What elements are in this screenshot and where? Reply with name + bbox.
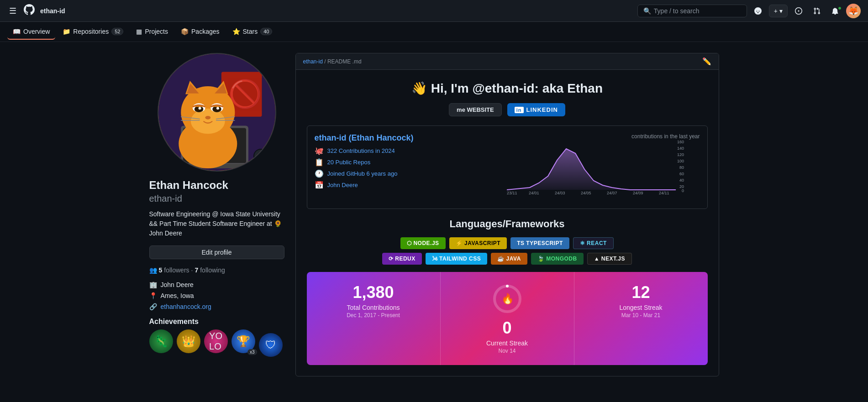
achievement-badge-2[interactable]: 👑 (177, 329, 200, 353)
package-icon: 📦 (181, 28, 189, 35)
contrib-user-title: ethan-id (Ethan Hancock) (315, 133, 414, 143)
svg-point-13 (190, 109, 225, 134)
nav-item-overview[interactable]: 📖 Overview (7, 24, 55, 40)
svg-text:0: 0 (682, 188, 684, 193)
clock-icon: 🕐 (315, 169, 324, 178)
readme-filename: README (327, 58, 351, 65)
svg-text:24/11: 24/11 (659, 191, 669, 194)
website-link[interactable]: ethanhancock.org (161, 303, 211, 310)
sidebar-website: 🔗 ethanhancock.org (149, 303, 284, 310)
lang-row-1: ⬡ NODE.JS ⚡ JAVASCRIPT TS TYPESCRIPT ⚛ R… (307, 237, 708, 249)
svg-text:24/01: 24/01 (529, 191, 539, 194)
achievement-badge-4[interactable]: 🏆 x3 (231, 329, 255, 353)
user-avatar[interactable]: 🦊 (846, 4, 861, 18)
edit-pencil-icon[interactable]: ✏️ (702, 57, 711, 66)
readme-header: ethan-id / README .md ✏️ (296, 53, 719, 70)
project-icon: ▦ (136, 28, 142, 35)
achievement-count: x3 (247, 349, 257, 355)
svg-text:100: 100 (677, 159, 684, 163)
sidebar-location: 📍 Ames, Iowa (149, 292, 284, 299)
copilot-button[interactable] (751, 5, 765, 16)
svg-point-25 (182, 136, 202, 151)
contrib-right: contributions in the last year 160 140 1… (488, 133, 700, 196)
contributions-icon: 🐙 (315, 146, 324, 155)
nav-overview-label: Overview (23, 28, 50, 35)
issue-button[interactable] (791, 5, 806, 16)
achievement-badge-3[interactable]: YOLO (204, 329, 228, 353)
typescript-badge: TS TYPESCRIPT (510, 237, 569, 249)
search-box[interactable]: 🔍 Type / to search (637, 5, 747, 17)
calendar-icon: 📅 (315, 181, 324, 189)
nav-item-repositories[interactable]: 📁 Repositories 52 (57, 24, 129, 40)
link-buttons: me WEBSITE in LINKEDIN (307, 103, 708, 116)
hamburger-menu[interactable]: ☰ (7, 4, 18, 18)
main-layout: 🚫 🍎 (142, 42, 726, 387)
contrib-stats: 🐙 322 Contributions in 2024 📋 20 Public … (315, 146, 414, 189)
total-contrib-value: 1,380 (314, 283, 433, 302)
longest-streak-value: 12 (582, 283, 700, 302)
readme-filepath: ethan-id / README .md (303, 58, 362, 65)
website-button[interactable]: me WEBSITE (449, 103, 502, 116)
svg-text:80: 80 (679, 165, 684, 170)
secondary-nav: 📖 Overview 📁 Repositories 52 ▦ Projects … (0, 22, 868, 42)
svg-text:140: 140 (677, 146, 684, 151)
streak-longest-block: 12 Longest Streak Mar 10 - Mar 21 (574, 272, 708, 365)
nav-item-stars[interactable]: ⭐ Stars 40 (227, 24, 278, 40)
current-streak-label: Current Streak (448, 339, 567, 347)
fire-badge: 🔥 (253, 149, 268, 163)
readme-title: 👋 Hi, I'm @ethan-id: aka Ethan (307, 81, 708, 96)
stars-count-badge: 40 (260, 28, 272, 35)
svg-text:24/09: 24/09 (633, 191, 643, 194)
followers-link[interactable]: 5 (159, 266, 163, 274)
followers-line: 👥 5 followers · 7 following (149, 266, 284, 274)
svg-text:120: 120 (677, 152, 684, 157)
website-label: me WEBSITE (457, 106, 494, 113)
longest-streak-label: Longest Streak (582, 304, 700, 311)
top-nav: ☰ ethan-id 🔍 Type / to search + ▾ (0, 0, 868, 22)
nav-item-packages[interactable]: 📦 Packages (175, 24, 225, 40)
nav-stars-label: Stars (243, 28, 258, 35)
profile-display-name: Ethan Hancock (149, 179, 284, 192)
contrib-stat-text-2: Joined GitHub 6 years ago (327, 170, 398, 177)
pr-button[interactable] (810, 5, 824, 16)
nodejs-badge: ⬡ NODE.JS (400, 237, 446, 249)
notification-button[interactable] (828, 5, 842, 16)
svg-point-18 (198, 107, 201, 110)
profile-bio: Software Engineering @ Iowa State Univer… (149, 209, 284, 238)
streak-current-block: 🔥 0 Current Streak Nov 14 (440, 272, 574, 365)
contrib-stat-3: 📅 John Deere (315, 181, 414, 189)
company-value: John Deere (161, 281, 194, 288)
linkedin-button[interactable]: in LINKEDIN (507, 103, 565, 116)
achievement-badge-5[interactable]: 🛡 (259, 333, 283, 357)
svg-point-26 (214, 136, 233, 151)
plus-icon: + (774, 7, 778, 15)
contrib-stat-2: 🕐 Joined GitHub 6 years ago (315, 169, 414, 178)
company-icon: 🏢 (149, 281, 157, 288)
svg-text:40: 40 (679, 178, 684, 183)
repos-icon: 📋 (315, 158, 324, 167)
star-icon: ⭐ (232, 28, 240, 35)
svg-point-20 (205, 116, 210, 120)
book-icon: 📖 (13, 28, 21, 35)
achievement-badge-1[interactable]: 🦎 (149, 329, 173, 353)
profile-avatar: 🚫 🍎 (158, 53, 276, 172)
location-icon: 📍 (149, 292, 157, 299)
add-button[interactable]: + ▾ (769, 5, 788, 17)
top-nav-username[interactable]: ethan-id (40, 7, 65, 15)
nav-packages-label: Packages (191, 28, 219, 35)
edit-profile-button[interactable]: Edit profile (149, 245, 284, 259)
repo-link[interactable]: ethan-id (303, 58, 323, 65)
tailwind-badge: 🌬 TAILWIND CSS (426, 253, 487, 265)
github-logo[interactable] (24, 4, 35, 18)
java-badge: ☕ JAVA (491, 253, 527, 265)
following-link[interactable]: 7 (195, 266, 198, 274)
contrib-stat-text-3: John Deere (327, 182, 358, 188)
contrib-stat-1: 📋 20 Public Repos (315, 158, 414, 167)
current-streak-sub: Nov 14 (448, 348, 567, 354)
main-content: ethan-id / README .md ✏️ 👋 Hi, I'm @etha… (295, 53, 719, 376)
redux-badge: ⟳ REDUX (382, 253, 422, 265)
svg-text:24/03: 24/03 (555, 191, 565, 194)
contrib-header: ethan-id (Ethan Hancock) 🐙 322 Contribut… (315, 133, 700, 196)
nav-item-projects[interactable]: ▦ Projects (131, 24, 174, 40)
following-label: following (200, 266, 225, 274)
